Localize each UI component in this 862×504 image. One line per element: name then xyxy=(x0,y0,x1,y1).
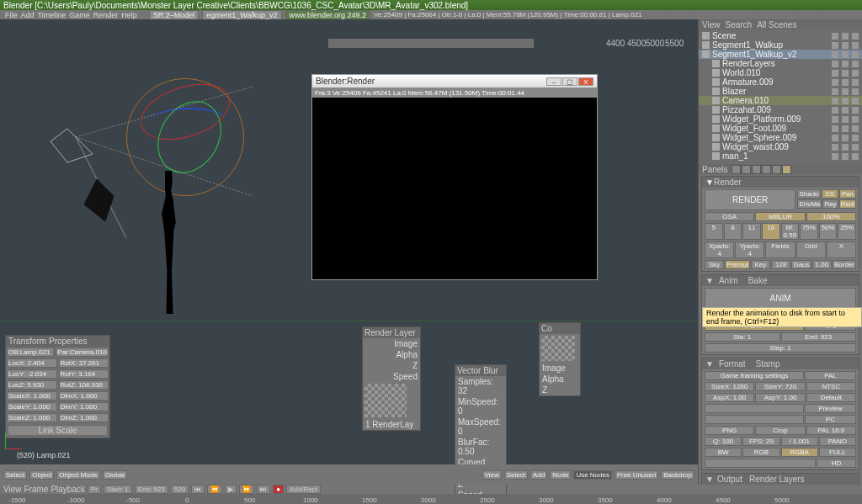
sel-toggle-icon[interactable] xyxy=(842,42,849,49)
pct100[interactable]: 100% xyxy=(806,212,856,221)
format-png[interactable]: PNG xyxy=(705,426,754,435)
vis-toggle-icon[interactable] xyxy=(832,135,838,141)
vis-toggle-icon[interactable] xyxy=(832,98,838,104)
crop-toggle[interactable]: Crop xyxy=(755,426,805,435)
vb-max[interactable]: MaxSpeed: 0 xyxy=(455,416,506,437)
preset-default[interactable]: Default xyxy=(806,393,856,402)
outliner-item[interactable]: Widget_Sphere.009 xyxy=(699,133,862,142)
outliner-view[interactable]: View xyxy=(702,20,721,29)
render-toggle-icon[interactable] xyxy=(852,125,859,132)
mblur-toggle[interactable]: MBLUR xyxy=(755,212,805,221)
use-nodes-toggle[interactable]: Use Nodes xyxy=(573,470,612,480)
outliner-item[interactable]: man_1 xyxy=(699,151,862,161)
vb-blur[interactable]: BlurFac: 0.50 xyxy=(455,437,506,457)
render-toggle-icon[interactable] xyxy=(852,144,859,151)
render-toggle-icon[interactable] xyxy=(852,51,859,58)
gaus-sel[interactable]: Gaus xyxy=(791,260,811,269)
sel-toggle-icon[interactable] xyxy=(842,153,849,160)
3d-viewport[interactable]: 4400 4500 5000 5500 Blender:Render – ▢ X… xyxy=(0,19,698,485)
osa11[interactable]: 11 xyxy=(742,223,761,240)
transform-properties-panel[interactable]: Transform Properties OB:Lamp.021Par:Came… xyxy=(5,335,110,438)
outliner-item[interactable]: Widget_Foot.009 xyxy=(699,124,862,133)
sta-field[interactable]: Sta: 1 xyxy=(705,332,780,342)
outliner[interactable]: SceneSegment1_WalkupSegment1_Walkup_v2Re… xyxy=(699,29,862,164)
outliner-item[interactable]: Camera.010 xyxy=(699,96,862,105)
render-toggle-icon[interactable] xyxy=(852,79,859,86)
menu-file[interactable]: File xyxy=(5,11,18,19)
vb-min[interactable]: MinSpeed: 0 xyxy=(455,396,506,416)
sel-toggle-icon[interactable] xyxy=(842,33,849,40)
fields-toggle[interactable]: Fields xyxy=(765,241,795,258)
tl-prevkey-icon[interactable]: ⏪ xyxy=(207,485,222,494)
close-button[interactable]: X xyxy=(578,77,593,86)
sel-toggle-icon[interactable] xyxy=(842,51,849,58)
dimy[interactable]: DimY: 1.000 xyxy=(59,402,109,411)
key-toggle[interactable]: Key xyxy=(751,260,770,269)
tl-addrepl[interactable]: Add/Repl xyxy=(286,485,321,494)
scene-selector[interactable]: SR:2–Model xyxy=(149,10,200,20)
radi-toggle[interactable]: Radi xyxy=(839,199,856,209)
dimx[interactable]: DimX: 1.000 xyxy=(59,391,109,401)
end-field[interactable]: End: 923 xyxy=(781,332,857,342)
fps-frac[interactable]: / 1.001 xyxy=(781,437,818,446)
sel-toggle-icon[interactable] xyxy=(842,116,849,123)
minimize-button[interactable]: – xyxy=(546,77,561,86)
menu-render[interactable]: Render xyxy=(93,11,119,19)
free-unused-button[interactable]: Free Unused xyxy=(615,470,658,480)
scalex[interactable]: ScaleX: 1.000 xyxy=(7,391,57,401)
render-toggle-icon[interactable] xyxy=(852,61,859,67)
render-toggle-icon[interactable] xyxy=(852,135,859,141)
aspx[interactable]: AspX: 1.00 xyxy=(705,393,754,402)
yparts[interactable]: Yparts: 4 xyxy=(735,241,764,258)
render-toggle-icon[interactable] xyxy=(852,153,859,160)
rgba-toggle[interactable]: RGBA xyxy=(781,448,818,457)
sel-toggle-icon[interactable] xyxy=(842,135,849,141)
vis-toggle-icon[interactable] xyxy=(832,107,838,114)
screen-selector[interactable]: egment1_Walkup_v2 xyxy=(202,10,281,20)
menu-add[interactable]: Add xyxy=(21,11,35,19)
xparts[interactable]: Xparts: 4 xyxy=(705,241,734,258)
border-toggle[interactable]: Border xyxy=(833,260,856,269)
shado-toggle[interactable]: Shado xyxy=(797,189,820,199)
outliner-item[interactable]: Segment1_Walkup_v2 xyxy=(699,50,862,59)
vis-toggle-icon[interactable] xyxy=(832,61,838,67)
backdrop-toggle[interactable]: Backdrop xyxy=(661,470,694,480)
sel-toggle-icon[interactable] xyxy=(842,98,849,104)
par-field[interactable]: Par:Camera.010 xyxy=(56,347,109,357)
sel-toggle-icon[interactable] xyxy=(842,70,849,77)
menu-help[interactable]: Help xyxy=(121,11,137,19)
rotx[interactable]: RotX: 37.261 xyxy=(59,358,109,368)
bw-toggle[interactable]: BW xyxy=(705,448,742,457)
tab-output[interactable]: Output xyxy=(714,475,746,484)
ne-select[interactable]: Select xyxy=(504,470,528,480)
ne-view[interactable]: View xyxy=(482,470,502,480)
vis-toggle-icon[interactable] xyxy=(832,88,838,95)
gaus-val[interactable]: 1.00 xyxy=(812,260,832,269)
preset-pc[interactable]: PC xyxy=(805,415,856,424)
pan-toggle[interactable]: Pan xyxy=(839,189,856,199)
render-toggle-icon[interactable] xyxy=(852,70,859,77)
node-render-layer[interactable]: Render Layer Image Alpha Z Speed 1 Rende… xyxy=(362,326,421,431)
sel-toggle-icon[interactable] xyxy=(842,107,849,114)
node-scene-sel[interactable]: 1 RenderLay xyxy=(363,419,420,430)
osa8[interactable]: 8 xyxy=(724,223,742,240)
anim-button[interactable]: ANIM xyxy=(705,288,856,309)
dimz[interactable]: DimZ: 1.000 xyxy=(59,413,109,422)
timeline-ruler[interactable]: -1500-1000-50005001000150020002500300035… xyxy=(0,494,862,504)
preset-pal[interactable]: PAL xyxy=(805,371,856,380)
sel-toggle-icon[interactable] xyxy=(842,88,849,95)
render-window[interactable]: Blender:Render – ▢ X Fra:3 Ve:25409 Fa:4… xyxy=(311,74,598,280)
ctx-script-icon[interactable] xyxy=(742,165,751,174)
odd-toggle[interactable]: Odd xyxy=(796,241,826,258)
ctx-edit-icon[interactable] xyxy=(772,165,781,174)
menu-game[interactable]: Game xyxy=(69,11,90,19)
render-toggle-icon[interactable] xyxy=(852,116,859,123)
aspy[interactable]: AspY: 1.00 xyxy=(755,393,805,402)
vis-toggle-icon[interactable] xyxy=(832,42,838,49)
pct75[interactable]: 75% xyxy=(800,223,818,240)
env-toggle[interactable]: EnvMa xyxy=(797,199,822,209)
ctx-scene-icon[interactable] xyxy=(782,165,791,174)
sky-toggle[interactable]: Sky xyxy=(705,260,724,269)
tl-view[interactable]: View xyxy=(3,485,22,494)
scaley[interactable]: ScaleY: 1.000 xyxy=(7,402,57,411)
